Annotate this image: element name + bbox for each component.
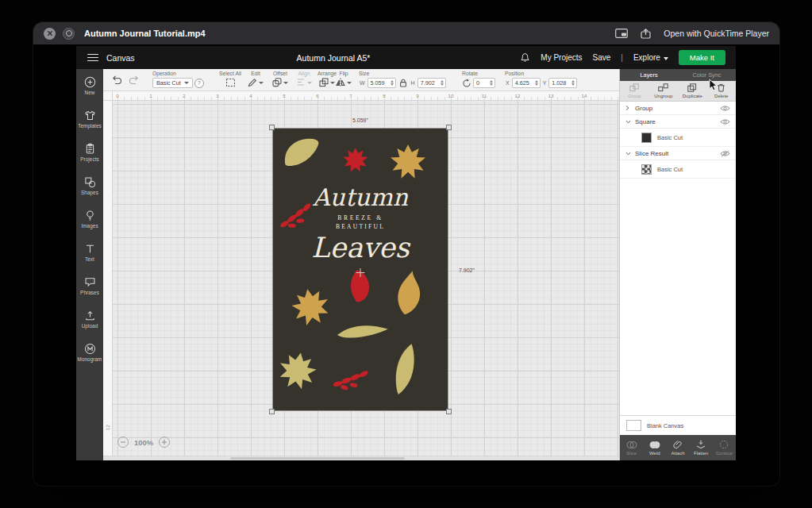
lock-aspect-icon[interactable] bbox=[399, 79, 407, 87]
zoom-out-button[interactable] bbox=[117, 437, 129, 448]
contour-button[interactable]: Contour bbox=[713, 435, 736, 460]
stepper-arrows[interactable] bbox=[489, 80, 494, 86]
y-axis-label: Y bbox=[543, 80, 547, 86]
sidebar-item-new[interactable]: New bbox=[76, 73, 103, 106]
ruler-corner bbox=[103, 91, 113, 101]
design-canvas[interactable]: 0 1 2 3 4 5 6 7 8 9 10 1 bbox=[103, 91, 619, 460]
selection-width-label: 5.059" bbox=[272, 117, 448, 123]
redo-button[interactable] bbox=[129, 75, 140, 85]
y-position-input[interactable] bbox=[552, 79, 571, 87]
chevron-right-icon[interactable] bbox=[625, 105, 631, 111]
align-icon bbox=[296, 78, 306, 87]
rotate-stepper[interactable] bbox=[473, 78, 495, 88]
layer-tools-bar: Slice Weld Attach bbox=[620, 435, 736, 460]
blank-canvas-swatch[interactable] bbox=[626, 420, 641, 431]
sidebar-item-shapes[interactable]: Shapes bbox=[76, 173, 103, 206]
layers-list: Group Square bbox=[620, 102, 736, 415]
layer-row-group[interactable]: Group bbox=[620, 102, 736, 115]
group-button[interactable]: Group bbox=[620, 81, 649, 101]
share-icon[interactable] bbox=[641, 29, 651, 39]
height-input[interactable] bbox=[421, 79, 440, 87]
x-position-stepper[interactable] bbox=[512, 78, 541, 88]
save-link[interactable]: Save bbox=[593, 53, 611, 62]
sidebar-item-phrases[interactable]: Phrases bbox=[76, 273, 103, 306]
attach-button[interactable]: Attach bbox=[666, 435, 689, 460]
stepper-arrows[interactable] bbox=[534, 80, 539, 86]
horizontal-scrollbar[interactable] bbox=[103, 456, 619, 460]
header-right-actions: My Projects Save | Explore Make It bbox=[520, 50, 725, 65]
slice-button[interactable]: Slice bbox=[620, 435, 643, 460]
weld-button[interactable]: Weld bbox=[643, 435, 666, 460]
flatten-icon bbox=[696, 440, 706, 449]
sidebar-item-images[interactable]: Images bbox=[76, 206, 103, 240]
close-icon bbox=[47, 30, 53, 37]
zoom-in-button[interactable] bbox=[159, 437, 170, 448]
dark-color-swatch[interactable] bbox=[641, 133, 652, 143]
offset-button[interactable]: Offset bbox=[267, 71, 294, 87]
chevron-down-icon[interactable] bbox=[625, 120, 631, 124]
make-it-button[interactable]: Make It bbox=[679, 50, 725, 65]
scrollbar-thumb[interactable] bbox=[230, 457, 405, 460]
y-position-stepper[interactable] bbox=[548, 78, 577, 88]
window-action-button[interactable] bbox=[63, 28, 75, 40]
stepper-arrows[interactable] bbox=[440, 80, 444, 86]
selection-handle-bottom-left[interactable] bbox=[269, 409, 275, 414]
sidebar-item-monogram[interactable]: Monogram bbox=[76, 340, 103, 373]
visibility-eye-off-icon[interactable] bbox=[720, 150, 730, 157]
flatten-button[interactable]: Flatten bbox=[690, 435, 713, 460]
tab-color-sync[interactable]: Color Sync bbox=[678, 69, 736, 81]
height-stepper[interactable] bbox=[418, 78, 446, 88]
blank-canvas-row[interactable]: Blank Canvas bbox=[620, 415, 736, 435]
select-all-button[interactable]: Select All bbox=[214, 71, 246, 87]
stepper-arrows[interactable] bbox=[571, 80, 575, 86]
undo-button[interactable] bbox=[111, 75, 122, 85]
duplicate-button[interactable]: Duplicate bbox=[678, 81, 707, 101]
selection-handle-top-left[interactable] bbox=[269, 125, 275, 130]
my-projects-link[interactable]: My Projects bbox=[541, 53, 582, 62]
layer-row-slice-result[interactable]: Slice Result bbox=[620, 147, 736, 160]
stepper-arrows[interactable] bbox=[390, 80, 394, 86]
open-with-quicktime-button[interactable]: Open with QuickTime Player bbox=[664, 29, 769, 38]
layer-slice-basic-cut[interactable]: Basic Cut bbox=[620, 160, 736, 179]
edit-toolbar: Operation Basic Cut ? bbox=[103, 69, 619, 91]
flip-button[interactable]: Flip bbox=[333, 71, 354, 87]
edit-pencil-icon bbox=[248, 78, 257, 87]
sidebar-item-text[interactable]: Text bbox=[76, 240, 103, 273]
vertical-ruler: 12 bbox=[103, 101, 113, 460]
sidebar-item-templates[interactable]: Templates bbox=[76, 106, 103, 140]
tab-layers[interactable]: Layers bbox=[620, 69, 678, 81]
rotate-icon[interactable] bbox=[462, 79, 471, 88]
sidebar-item-upload[interactable]: Upload bbox=[76, 306, 103, 340]
width-input[interactable] bbox=[371, 79, 390, 87]
visibility-eye-icon[interactable] bbox=[720, 105, 730, 112]
operation-select[interactable]: Basic Cut bbox=[152, 78, 193, 88]
size-label: Size bbox=[359, 71, 446, 77]
x-position-input[interactable] bbox=[515, 79, 534, 87]
quicktime-window: Autumn Journal Tutorial.mp4 Open with Qu… bbox=[33, 22, 779, 486]
size-group: Size W H bbox=[359, 71, 446, 88]
layer-square-basic-cut[interactable]: Basic Cut bbox=[620, 129, 736, 147]
edit-button[interactable]: Edit bbox=[244, 71, 267, 87]
sidebar-item-projects[interactable]: Projects bbox=[76, 140, 103, 173]
picture-in-picture-icon[interactable] bbox=[615, 29, 628, 38]
document-title: Autumn Journal A5* bbox=[265, 53, 402, 63]
selection-handle-bottom-right[interactable] bbox=[446, 409, 452, 414]
rotate-input[interactable] bbox=[476, 79, 489, 87]
visibility-eye-icon[interactable] bbox=[720, 118, 730, 125]
flip-icon bbox=[336, 78, 345, 87]
chevron-down-icon[interactable] bbox=[625, 152, 631, 156]
selection-handle-top-right[interactable] bbox=[446, 125, 452, 130]
ungroup-button[interactable]: Ungroup bbox=[649, 81, 679, 101]
close-window-button[interactable] bbox=[44, 28, 56, 40]
help-button[interactable]: ? bbox=[194, 79, 204, 88]
canvas-menu-label[interactable]: Canvas bbox=[106, 53, 135, 63]
width-stepper[interactable] bbox=[368, 78, 396, 88]
pattern-color-swatch[interactable] bbox=[641, 164, 652, 175]
notifications-bell-icon[interactable] bbox=[520, 52, 530, 63]
selected-design-object[interactable]: 5.059" 7.902" bbox=[272, 128, 448, 411]
video-area[interactable]: Canvas Autumn Journal A5* My Projects Sa… bbox=[33, 44, 779, 486]
explore-menu[interactable]: Explore bbox=[633, 53, 668, 62]
menu-icon[interactable] bbox=[87, 54, 98, 62]
layer-row-square[interactable]: Square bbox=[620, 115, 736, 129]
app-header: Canvas Autumn Journal A5* My Projects Sa… bbox=[76, 46, 736, 69]
